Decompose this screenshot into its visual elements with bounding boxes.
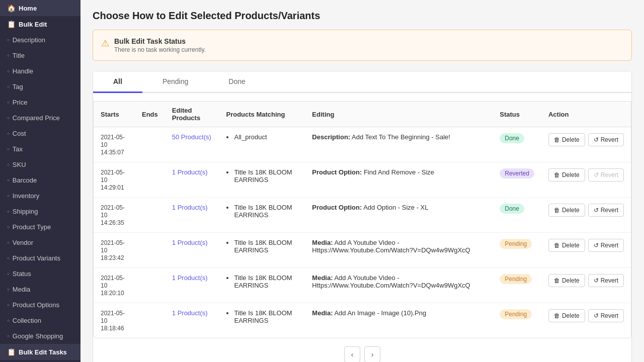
tasks-table: StartsEndsEdited ProductsProducts Matchi… (94, 102, 631, 338)
revert-icon: ↺ (594, 277, 599, 284)
sidebar-item-inventory[interactable]: ○Inventory (0, 188, 80, 204)
cell-ends-3 (135, 233, 165, 268)
editing-text: Media: Add An Image - Image (10).Png (312, 309, 426, 317)
product-count-link[interactable]: 1 Product(s) (172, 274, 208, 282)
status-badge: Done (500, 204, 524, 214)
sidebar-label: Tax (13, 145, 23, 153)
sidebar-item-bulk-edit-tasks[interactable]: 📋Bulk Edit Tasks (0, 344, 80, 360)
delete-button[interactable]: 🗑 Delete (548, 168, 585, 182)
sidebar-item-product-options[interactable]: ○Product Options (0, 297, 80, 313)
timestamp: 2021-05-1018:18:46 (101, 310, 125, 332)
revert-button: ↺ Revert (588, 168, 624, 182)
col-header-action: Action (541, 102, 631, 127)
cell-edited-products-1[interactable]: 1 Product(s) (165, 162, 219, 198)
sidebar-item-faq[interactable]: ❓FAQ (0, 360, 80, 362)
cell-edited-products-0[interactable]: 50 Product(s) (165, 127, 219, 162)
status-badge: Pending (500, 274, 532, 284)
revert-icon: ↺ (594, 312, 599, 319)
tab-all[interactable]: All (93, 71, 142, 93)
sidebar-label: Inventory (13, 192, 39, 200)
revert-label: Revert (601, 242, 618, 249)
cell-edited-products-5[interactable]: 1 Product(s) (165, 303, 219, 338)
product-count-link[interactable]: 1 Product(s) (172, 204, 208, 211)
matching-item: Title Is 18K BLOOM EARRINGS (234, 204, 298, 219)
delete-button[interactable]: 🗑 Delete (548, 133, 585, 146)
sidebar-item-shipping[interactable]: ○Shipping (0, 204, 80, 219)
product-count-link[interactable]: 1 Product(s) (172, 239, 208, 246)
sidebar-dot: ○ (7, 225, 10, 229)
matching-item: Title Is 18K BLOOM EARRINGS (234, 309, 298, 324)
sidebar-item-bulk-edit[interactable]: 📋Bulk Edit (0, 16, 80, 32)
cell-starts-1: 2021-05-1014:29:01 (94, 162, 135, 198)
sidebar-item-tax[interactable]: ○Tax (0, 141, 80, 157)
sidebar-item-vendor[interactable]: ○Vendor (0, 235, 80, 250)
sidebar-item-barcode[interactable]: ○Barcode (0, 172, 80, 188)
sidebar-dot: ○ (7, 84, 10, 89)
matching-item: Title Is 18K BLOOM EARRINGS (234, 274, 298, 289)
cell-edited-products-2[interactable]: 1 Product(s) (165, 198, 219, 233)
tab-done[interactable]: Done (208, 71, 265, 93)
sidebar-item-product-variants[interactable]: ○Product Variants (0, 250, 80, 266)
cell-ends-0 (135, 127, 165, 162)
status-badge: Pending (500, 239, 532, 249)
col-header-edited-products: Edited Products (165, 102, 219, 127)
revert-icon: ↺ (594, 136, 599, 143)
pagination: ‹ › (93, 338, 631, 362)
cell-starts-3: 2021-05-1018:23:42 (94, 233, 135, 268)
cell-products-matching-1: Title Is 18K BLOOM EARRINGS (219, 162, 305, 198)
cell-edited-products-4[interactable]: 1 Product(s) (165, 268, 219, 303)
revert-button[interactable]: ↺ Revert (588, 204, 624, 217)
cell-ends-5 (135, 303, 165, 338)
sidebar-item-home[interactable]: 🏠Home (0, 0, 80, 16)
cell-action-0: 🗑 Delete ↺ Revert (541, 127, 631, 162)
sidebar-item-cost[interactable]: ○Cost (0, 126, 80, 141)
delete-button[interactable]: 🗑 Delete (548, 274, 585, 287)
product-count-link[interactable]: 1 Product(s) (172, 168, 208, 176)
cell-edited-products-3[interactable]: 1 Product(s) (165, 233, 219, 268)
sidebar-item-collection[interactable]: ○Collection (0, 313, 80, 328)
sidebar-label: Status (13, 270, 31, 278)
sidebar-item-status[interactable]: ○Status (0, 266, 80, 282)
cell-products-matching-5: Title Is 18K BLOOM EARRINGS (219, 303, 305, 338)
sidebar-item-google-shopping[interactable]: ○Google Shopping (0, 328, 80, 344)
sidebar-label: Title (13, 52, 25, 59)
sidebar-dot: ○ (7, 116, 10, 120)
sidebar-item-product-type[interactable]: ○Product Type (0, 219, 80, 235)
editing-text: Product Option: Add Option - Size - XL (312, 204, 428, 211)
sidebar-item-price[interactable]: ○Price (0, 95, 80, 110)
sidebar-label: Home (19, 5, 37, 12)
revert-button[interactable]: ↺ Revert (588, 309, 624, 322)
sidebar-dot: ○ (7, 287, 10, 292)
delete-button[interactable]: 🗑 Delete (548, 309, 585, 322)
sidebar-dot: ○ (7, 194, 10, 198)
product-count-link[interactable]: 1 Product(s) (172, 309, 208, 317)
table-row: 2021-05-1014:26:351 Product(s)Title Is 1… (94, 198, 631, 233)
sidebar-item-compared-price[interactable]: ○Compared Price (0, 110, 80, 126)
delete-button[interactable]: 🗑 Delete (548, 239, 585, 252)
prev-page-button[interactable]: ‹ (344, 346, 360, 362)
sidebar-item-tag[interactable]: ○Tag (0, 79, 80, 95)
tab-pending[interactable]: Pending (142, 71, 208, 93)
revert-button[interactable]: ↺ Revert (588, 239, 624, 252)
cell-products-matching-2: Title Is 18K BLOOM EARRINGS (219, 198, 305, 233)
tabs-container: AllPendingDone (93, 71, 631, 93)
status-badge: Pending (500, 309, 532, 319)
revert-button[interactable]: ↺ Revert (588, 274, 624, 287)
editing-text: Product Option: Find And Remove - Size (312, 168, 434, 176)
revert-button[interactable]: ↺ Revert (588, 133, 624, 146)
sidebar-label: Description (13, 36, 45, 44)
cell-ends-4 (135, 268, 165, 303)
sidebar-item-title[interactable]: ○Title (0, 48, 80, 63)
sidebar-item-media[interactable]: ○Media (0, 282, 80, 297)
sidebar-label: Product Options (13, 301, 59, 309)
next-page-button[interactable]: › (364, 346, 380, 362)
product-count-link[interactable]: 50 Product(s) (172, 133, 211, 141)
sidebar-item-description[interactable]: ○Description (0, 32, 80, 48)
sidebar-label: Barcode (13, 176, 37, 184)
sidebar-label: Media (13, 286, 30, 293)
delete-icon: 🗑 (554, 171, 560, 178)
matching-item: Title Is 18K BLOOM EARRINGS (234, 168, 298, 184)
sidebar-item-handle[interactable]: ○Handle (0, 63, 80, 79)
sidebar-item-sku[interactable]: ○SKU (0, 157, 80, 172)
delete-button[interactable]: 🗑 Delete (548, 204, 585, 217)
